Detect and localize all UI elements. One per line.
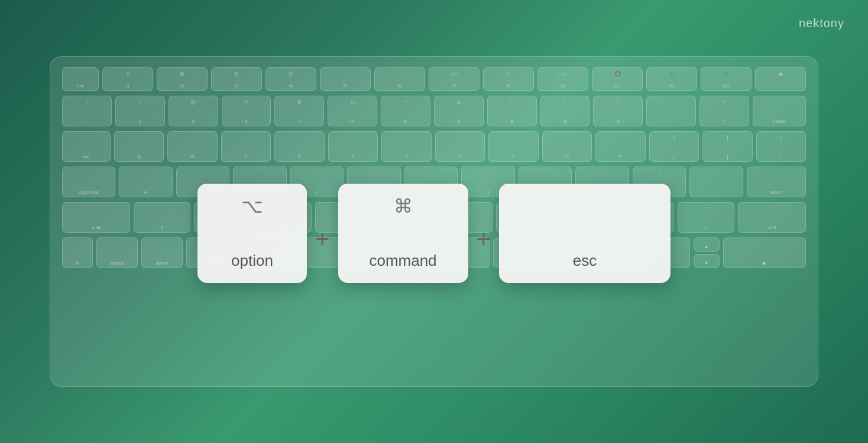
command-key-icon: ⌘ [394, 197, 413, 216]
bg-key-6: ^6 [381, 96, 430, 126]
brand-logo: nektony [799, 17, 844, 30]
bg-key-7: &7 [434, 96, 484, 126]
option-key-icon: ⌥ [241, 197, 263, 216]
bg-key-option-bottom: option [141, 237, 183, 268]
bg-key-3: #3 [222, 96, 271, 126]
brand-name: nektony [799, 17, 844, 30]
bg-key-f10: 🔇f10 [592, 67, 643, 91]
bg-key-0: )0 [593, 96, 643, 126]
bg-key-quote: "' [689, 167, 743, 197]
bg-key-o: O [542, 131, 592, 162]
bg-key-minus: _- [646, 96, 696, 126]
bg-key-w: W [167, 131, 217, 162]
bg-key-arrow-down: ▼ [694, 254, 720, 268]
bg-key-f6: f6 [374, 67, 425, 91]
bg-key-f12: 🔊f12 [701, 67, 752, 91]
bg-key-5: %5 [328, 96, 377, 126]
bg-key-z: Z [134, 202, 190, 233]
bg-key-f8: ▷f8 [483, 67, 534, 91]
esc-key: ⎋ esc [499, 184, 671, 283]
number-key-row: ~` !1 @2 #3 $4 %5 ^6 &7 *8 (9 )0 _- += d… [62, 96, 806, 126]
bg-key-f1: ☀f1 [102, 67, 153, 91]
bg-key-esc: esc [62, 67, 99, 91]
bg-key-f4: ⊟f4 [265, 67, 316, 91]
bg-key-control: control [96, 237, 138, 268]
bg-key-e: E [221, 131, 271, 162]
bg-key-rbracket: }] [702, 131, 752, 162]
bg-key-9: (9 [540, 96, 590, 126]
command-key-label: command [369, 252, 436, 270]
bg-key-eject: ⏏ [755, 67, 806, 91]
plus-sign-1: + [315, 225, 330, 253]
bg-key-p: P [595, 131, 645, 162]
bg-key-4: $4 [274, 96, 324, 126]
bg-key-caps: caps lock [62, 167, 115, 197]
bg-key-u: U [435, 131, 485, 162]
bg-key-slash: ?/ [678, 202, 734, 233]
bg-key-y: Y [381, 131, 431, 162]
plus-sign-2: + [477, 225, 491, 253]
bg-key-arrow-right: ▶ [723, 237, 806, 268]
bg-key-f9: ▷▷f9 [537, 67, 588, 91]
command-key: ⌘ command [338, 184, 468, 283]
option-key-label: option [231, 252, 273, 270]
bg-key-f7: ◁◁f7 [429, 67, 480, 91]
bg-key-8: *8 [487, 96, 537, 126]
bg-key-equals: += [699, 96, 749, 126]
bg-key-lbracket: {[ [649, 131, 699, 162]
option-key: ⌥ option [197, 184, 307, 283]
bg-key-backslash: |\ [756, 131, 806, 162]
bg-key-r: R [274, 131, 324, 162]
bg-key-2: @2 [169, 96, 218, 126]
bg-key-f11: 🔉f11 [646, 67, 697, 91]
bg-key-shift-left: shift [62, 202, 130, 233]
bg-key-f5: f5 [320, 67, 371, 91]
fn-key-row: esc ☀f1 ✿f2 ⊞f3 ⊟f4 f5 f6 ◁◁f7 ▷f8 ▷▷f9 … [62, 67, 806, 91]
bg-key-a: A [119, 167, 173, 197]
bg-key-tilde: ~` [62, 96, 112, 126]
bg-key-f3: ⊞f3 [211, 67, 262, 91]
bg-key-arrow-up: ▲ [694, 237, 720, 252]
bg-key-tab: tab [62, 131, 111, 162]
bg-key-q: Q [114, 131, 164, 162]
bg-key-i: I [488, 131, 538, 162]
keyboard-wrapper: esc ☀f1 ✿f2 ⊞f3 ⊟f4 f5 f6 ◁◁f7 ▷f8 ▷▷f9 … [50, 56, 818, 387]
bg-key-fn: fn [62, 237, 93, 268]
bg-key-shift-right: shift [738, 202, 806, 233]
bg-key-delete: delete [753, 96, 806, 126]
esc-key-label: esc [573, 252, 597, 270]
bg-key-f2: ✿f2 [157, 67, 208, 91]
qwerty-key-row: tab Q W E R T Y U I O P {[ }] |\ [62, 131, 806, 162]
shortcut-keys-container: ⌥ option + ⌘ command + ⎋ esc [197, 184, 671, 283]
bg-key-t: T [328, 131, 378, 162]
bg-key-return: return [747, 167, 806, 197]
bg-key-1: !1 [115, 96, 165, 126]
